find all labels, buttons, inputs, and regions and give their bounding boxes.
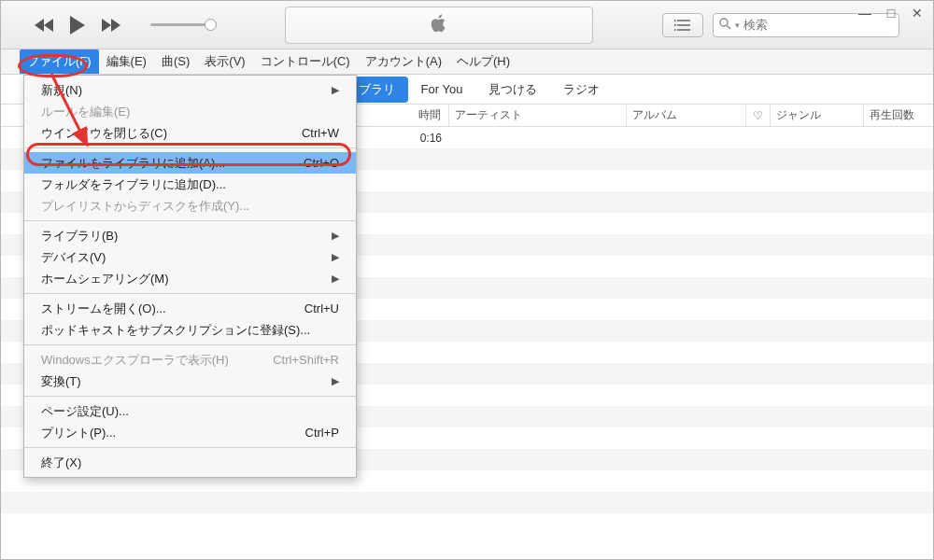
tab-browse[interactable]: 見つける [475, 77, 550, 103]
menu-item-label: ライブラリ(B) [41, 228, 118, 245]
app-window: — □ ✕ [0, 0, 934, 560]
volume-slider[interactable] [150, 23, 216, 26]
svg-point-3 [720, 19, 728, 26]
menu-separator [24, 447, 356, 448]
menu-item: ルールを編集(E) [24, 101, 356, 122]
menu-song[interactable]: 曲(S) [154, 49, 197, 74]
menu-item: Windowsエクスプローラで表示(H)Ctrl+Shift+R [24, 349, 356, 371]
menu-item-label: ルールを編集(E) [41, 104, 130, 120]
file-menu-dropdown: 新規(N)▶ルールを編集(E)ウインドウを閉じる(C)Ctrl+Wファイルをライ… [23, 75, 357, 478]
svg-point-2 [674, 29, 676, 31]
submenu-arrow-icon: ▶ [332, 230, 339, 242]
column-genre[interactable]: ジャンル [771, 105, 864, 126]
menu-item[interactable]: 終了(X) [24, 452, 356, 473]
window-controls: — □ ✕ [856, 5, 926, 21]
menu-file[interactable]: ファイル(F) [20, 49, 99, 74]
menu-item[interactable]: 新規(N)▶ [24, 79, 356, 101]
menu-item[interactable]: プリント(P)...Ctrl+P [24, 422, 356, 443]
menu-item[interactable]: ライブラリ(B)▶ [24, 225, 356, 246]
menu-item-label: 終了(X) [41, 455, 81, 471]
list-view-button[interactable] [662, 13, 703, 37]
submenu-arrow-icon: ▶ [332, 375, 339, 387]
now-playing-box [285, 7, 593, 44]
svg-point-0 [674, 20, 676, 21]
menu-separator [24, 293, 356, 294]
menu-separator [24, 396, 356, 397]
search-icon [719, 18, 731, 33]
menu-separator [24, 220, 356, 221]
svg-line-4 [727, 25, 730, 29]
menu-item-label: ウインドウを閉じる(C) [41, 125, 167, 142]
menu-item-label: ポッドキャストをサブスクリプションに登録(S)... [41, 322, 310, 339]
minimize-button[interactable]: — [856, 5, 873, 21]
menu-item-label: プリント(P)... [41, 425, 116, 441]
playback-controls [1, 15, 216, 35]
previous-track-button[interactable] [35, 18, 55, 33]
menu-item-label: ホームシェアリング(M) [41, 271, 169, 287]
player-bar: ▾ [1, 1, 933, 49]
menu-item-shortcut: Ctrl+W [302, 126, 339, 140]
menu-item[interactable]: フォルダをライブラリに追加(D)... [24, 174, 356, 195]
column-artist[interactable]: アーティスト [449, 105, 627, 126]
menu-item-label: Windowsエクスプローラで表示(H) [41, 352, 229, 369]
menu-view[interactable]: 表示(V) [197, 49, 252, 74]
submenu-arrow-icon: ▶ [332, 273, 339, 285]
menu-item-shortcut: Ctrl+U [304, 301, 339, 315]
menu-item-shortcut: Ctrl+Shift+R [273, 353, 339, 367]
maximize-button[interactable]: □ [883, 5, 899, 21]
menu-item[interactable]: ウインドウを閉じる(C)Ctrl+W [24, 122, 356, 144]
column-album[interactable]: アルバム [627, 105, 746, 126]
menu-item-label: デバイス(V) [41, 249, 106, 266]
menu-separator [24, 344, 356, 345]
menu-bar: ファイル(F)編集(E)曲(S)表示(V)コントロール(C)アカウント(A)ヘル… [1, 49, 933, 75]
menu-item[interactable]: ページ設定(U)... [24, 400, 356, 422]
menu-controls[interactable]: コントロール(C) [253, 49, 358, 74]
menu-separator [24, 147, 356, 148]
now-playing-display [216, 1, 662, 49]
menu-item-shortcut: Ctrl+P [305, 426, 339, 440]
apple-logo-icon [431, 14, 447, 36]
menu-item-label: ファイルをライブラリに追加(A)... [41, 155, 225, 172]
menu-item: プレイリストからディスクを作成(Y)... [24, 195, 356, 217]
tab-radio[interactable]: ラジオ [550, 77, 613, 103]
menu-edit[interactable]: 編集(E) [99, 49, 154, 74]
search-dropdown-icon[interactable]: ▾ [735, 21, 740, 30]
menu-item[interactable]: ホームシェアリング(M)▶ [24, 268, 356, 289]
submenu-arrow-icon: ▶ [332, 251, 339, 263]
menu-item-shortcut: Ctrl+O [304, 156, 339, 170]
menu-item-label: 変換(T) [41, 373, 81, 390]
menu-item[interactable]: ファイルをライブラリに追加(A)...Ctrl+O [24, 152, 356, 174]
submenu-arrow-icon: ▶ [332, 84, 339, 96]
menu-item-label: ページ設定(U)... [41, 403, 129, 420]
svg-point-1 [674, 24, 676, 26]
column-plays[interactable]: 再生回数 [864, 105, 933, 126]
column-favorite[interactable]: ♡ [746, 105, 771, 126]
menu-item-label: フォルダをライブラリに追加(D)... [41, 176, 226, 193]
menu-item[interactable]: デバイス(V)▶ [24, 246, 356, 268]
play-button[interactable] [68, 15, 87, 35]
menu-help[interactable]: ヘルプ(H) [449, 49, 517, 74]
close-button[interactable]: ✕ [909, 5, 926, 21]
next-track-button[interactable] [100, 18, 120, 33]
menu-item-label: ストリームを開く(O)... [41, 301, 166, 317]
menu-item-label: 新規(N) [41, 82, 82, 99]
menu-item[interactable]: ポッドキャストをサブスクリプションに登録(S)... [24, 319, 356, 341]
tab-for-you[interactable]: For You [408, 77, 476, 101]
table-row[interactable] [1, 513, 933, 535]
menu-item-label: プレイリストからディスクを作成(Y)... [41, 198, 249, 215]
menu-item[interactable]: 変換(T)▶ [24, 371, 356, 392]
table-row[interactable] [1, 492, 933, 513]
menu-item[interactable]: ストリームを開く(O)...Ctrl+U [24, 298, 356, 319]
menu-account[interactable]: アカウント(A) [358, 49, 449, 74]
